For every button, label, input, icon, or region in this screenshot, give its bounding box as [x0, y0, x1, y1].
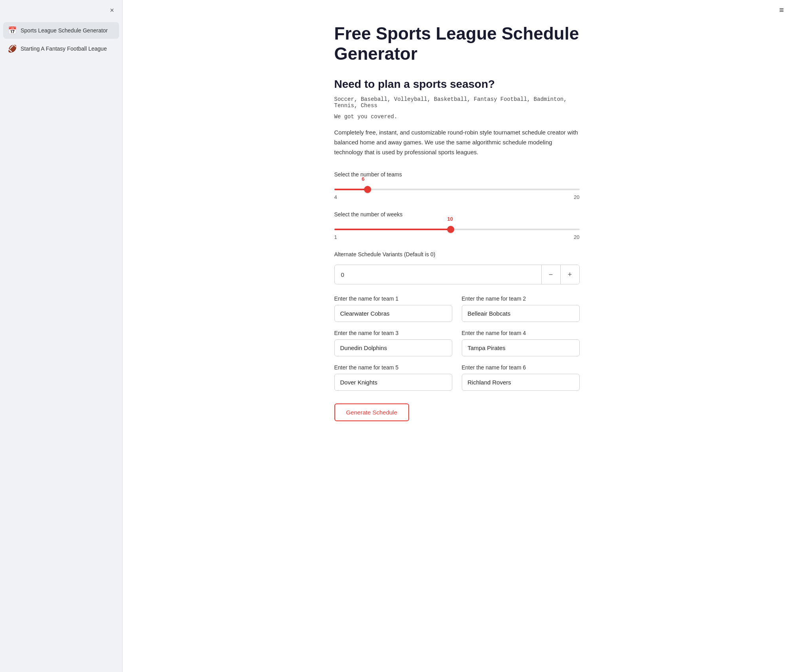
- menu-button[interactable]: ≡: [779, 6, 784, 15]
- teams-slider-section: Select the number of teams 6 4 20: [334, 171, 580, 200]
- team-input-3[interactable]: [334, 339, 452, 356]
- teams-slider-wrapper: 6: [334, 185, 580, 192]
- tagline: We got you covered.: [334, 114, 580, 120]
- team-label-2: Enter the name for team 2: [462, 295, 580, 302]
- team-label-4: Enter the name for team 4: [462, 330, 580, 336]
- variants-label: Alternate Schedule Variants (Default is …: [334, 251, 580, 257]
- calendar-icon: 📅: [8, 26, 17, 35]
- team-input-6[interactable]: [462, 374, 580, 391]
- variants-increment-button[interactable]: +: [560, 265, 579, 284]
- weeks-slider-value: 10: [447, 216, 453, 222]
- weeks-max-label: 20: [574, 234, 579, 240]
- variants-control: 0 − +: [334, 265, 580, 284]
- team-input-1[interactable]: [334, 305, 452, 322]
- team-input-5[interactable]: [334, 374, 452, 391]
- sidebar-item-fantasy-football[interactable]: 🏈 Starting A Fantasy Football League: [3, 40, 119, 57]
- teams-range-labels: 4 20: [334, 194, 580, 200]
- team-input-4[interactable]: [462, 339, 580, 356]
- variants-value: 0: [335, 267, 541, 283]
- weeks-slider-label: Select the number of weeks: [334, 211, 580, 218]
- page-title: Free Sports League Schedule Generator: [334, 24, 580, 64]
- sidebar-item-sports-league[interactable]: 📅 Sports League Schedule Generator: [3, 22, 119, 39]
- teams-slider-value: 6: [362, 176, 364, 182]
- teams-min-label: 4: [334, 194, 337, 200]
- main-content: ≡ Free Sports League Schedule Generator …: [123, 0, 791, 672]
- sidebar-nav: 📅 Sports League Schedule Generator 🏈 Sta…: [0, 22, 122, 59]
- sports-list: Soccer, Baseball, Volleyball, Basketball…: [334, 96, 580, 109]
- weeks-slider-input[interactable]: [334, 229, 580, 230]
- team-label-1: Enter the name for team 1: [334, 295, 452, 302]
- team-field-3: Enter the name for team 3: [334, 330, 452, 356]
- team-field-1: Enter the name for team 1: [334, 295, 452, 322]
- team-input-2[interactable]: [462, 305, 580, 322]
- team-field-5: Enter the name for team 5: [334, 364, 452, 391]
- description: Completely free, instant, and customizab…: [334, 128, 580, 157]
- teams-grid: Enter the name for team 1Enter the name …: [334, 295, 580, 391]
- close-button[interactable]: ×: [107, 6, 117, 15]
- sidebar-item-sports-league-label: Sports League Schedule Generator: [21, 27, 108, 34]
- top-bar: ≡: [779, 6, 784, 15]
- generate-schedule-button[interactable]: Generate Schedule: [334, 403, 409, 421]
- sidebar-item-fantasy-football-label: Starting A Fantasy Football League: [21, 45, 107, 52]
- variants-section: Alternate Schedule Variants (Default is …: [334, 251, 580, 284]
- sidebar: × 📅 Sports League Schedule Generator 🏈 S…: [0, 0, 123, 672]
- team-label-3: Enter the name for team 3: [334, 330, 452, 336]
- teams-slider-input[interactable]: [334, 189, 580, 190]
- teams-slider-label: Select the number of teams: [334, 171, 580, 178]
- weeks-range-labels: 1 20: [334, 234, 580, 240]
- weeks-min-label: 1: [334, 234, 337, 240]
- teams-max-label: 20: [574, 194, 579, 200]
- weeks-slider-section: Select the number of weeks 10 1 20: [334, 211, 580, 240]
- weeks-slider-wrapper: 10: [334, 225, 580, 232]
- team-field-6: Enter the name for team 6: [462, 364, 580, 391]
- team-field-2: Enter the name for team 2: [462, 295, 580, 322]
- variants-decrement-button[interactable]: −: [541, 265, 560, 284]
- team-label-6: Enter the name for team 6: [462, 364, 580, 371]
- content-area: Free Sports League Schedule Generator Ne…: [319, 0, 596, 453]
- section-subtitle: Need to plan a sports season?: [334, 78, 580, 91]
- team-label-5: Enter the name for team 5: [334, 364, 452, 371]
- team-field-4: Enter the name for team 4: [462, 330, 580, 356]
- football-icon: 🏈: [8, 44, 17, 53]
